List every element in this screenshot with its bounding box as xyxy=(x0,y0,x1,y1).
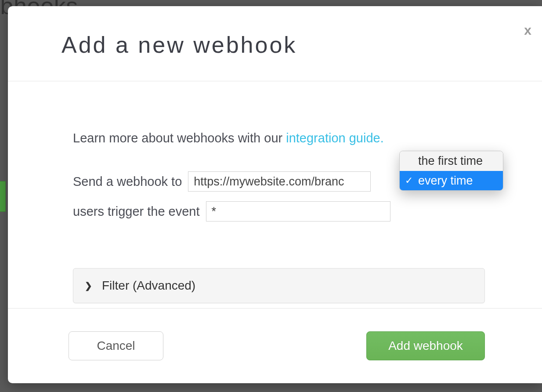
dropdown-option-label: the first time xyxy=(418,154,483,167)
check-icon: ✓ xyxy=(405,174,413,187)
add-webhook-modal: Add a new webhook x Learn more about web… xyxy=(8,6,542,383)
intro-text: Learn more about webhooks with our integ… xyxy=(73,130,485,147)
webhook-url-label: Send a webhook to xyxy=(73,173,182,190)
dropdown-option-first-time[interactable]: the first time xyxy=(400,151,503,171)
modal-header: Add a new webhook x xyxy=(8,6,542,81)
filter-advanced-toggle[interactable]: ❯ Filter (Advanced) xyxy=(73,268,485,303)
event-label: users trigger the event xyxy=(73,203,200,220)
intro-prefix: Learn more about webhooks with our xyxy=(73,131,286,145)
background-button-sliver xyxy=(0,181,6,212)
dropdown-option-label: every time xyxy=(418,174,473,187)
frequency-dropdown[interactable]: the first time ✓ every time xyxy=(399,151,503,191)
integration-guide-link[interactable]: integration guide. xyxy=(286,131,384,145)
cancel-button[interactable]: Cancel xyxy=(69,331,163,360)
filter-advanced-label: Filter (Advanced) xyxy=(102,277,195,294)
webhook-url-input[interactable] xyxy=(188,171,371,192)
close-icon[interactable]: x xyxy=(524,23,531,38)
add-webhook-button[interactable]: Add webhook xyxy=(366,331,485,360)
modal-title: Add a new webhook xyxy=(61,32,542,58)
event-row: users trigger the event xyxy=(73,201,485,221)
webhook-url-row: Send a webhook to the first time ✓ every… xyxy=(73,171,485,192)
modal-footer: Cancel Add webhook xyxy=(8,308,542,383)
modal-body: Learn more about webhooks with our integ… xyxy=(8,81,542,308)
chevron-right-icon: ❯ xyxy=(85,280,92,292)
event-input[interactable] xyxy=(206,201,390,221)
dropdown-option-every-time[interactable]: ✓ every time xyxy=(400,171,503,190)
